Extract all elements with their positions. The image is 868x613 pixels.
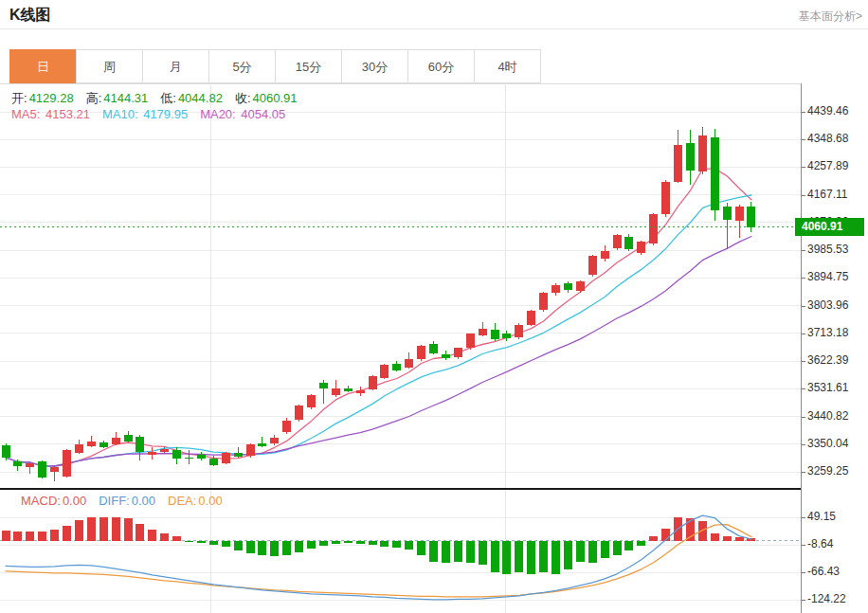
ma20-value: MA20: 4054.05 [200,107,285,121]
macd-axis-label: -66.43 [807,565,840,578]
axis-tick [802,167,805,168]
tab-bar: 日周月5分15分30分60分4时 [0,49,868,84]
ohlc-legend: 开:4129.28高:4144.31低:4044.82收:4060.91 [11,90,310,107]
axis-tick [802,545,805,546]
price-axis: 4439.464348.684257.894167.114076.323985.… [801,83,868,613]
axis-tick [802,250,805,251]
page-header: K线图 基本面分析> [0,0,868,29]
macd-gridlines [0,490,801,613]
axis-tick [802,472,805,473]
price-axis-label: 3803.96 [807,298,848,312]
price-axis-label: 3713.18 [807,326,848,339]
main-chart [0,83,801,489]
macd-value: MACD:0.00 [21,494,86,508]
price-axis-label: 3350.04 [807,437,848,450]
tab-周[interactable]: 周 [76,49,143,83]
axis-tick [802,334,805,334]
tab-日[interactable]: 日 [9,49,77,83]
tab-15分[interactable]: 15分 [275,49,342,83]
axis-tick [802,517,805,518]
price-axis-label: 4348.68 [807,132,848,145]
price-axis-label: 4167.11 [807,188,848,201]
tab-5分[interactable]: 5分 [208,49,276,83]
axis-tick [802,444,805,445]
ma-legend: MA5: 4153.21MA10: 4179.95MA20: 4054.05 [11,107,298,121]
macd-histogram-chart [0,490,801,613]
dea-value: DEA:0.00 [168,494,223,508]
fundamental-analysis-link[interactable]: 基本面分析> [799,9,862,25]
axis-tick [802,278,805,279]
close-value: 收:4060.91 [235,91,298,105]
ma-lines [6,169,751,466]
ma5-value: MA5: 4153.21 [11,107,90,121]
tab-月[interactable]: 月 [142,49,209,83]
tab-30分[interactable]: 30分 [341,49,408,83]
macd-axis-label: 49.15 [807,510,836,523]
low-value: 低:4044.82 [160,91,223,105]
kline-widget: { "header": { "title": "K线图", "link": "基… [0,0,868,613]
macd-axis-label: -124.22 [807,592,846,605]
high-value: 高:4144.31 [86,91,149,105]
price-axis-label: 4257.89 [807,159,848,172]
axis-tick [802,195,805,196]
price-axis-label: 3259.25 [807,464,848,478]
page-title: K线图 [9,6,51,26]
price-axis-label: 3440.82 [807,409,848,423]
current-price-badge: 4060.91 [795,218,864,236]
tab-4时[interactable]: 4时 [474,49,541,83]
open-value: 开:4129.28 [11,91,74,105]
price-axis-label: 3622.39 [807,353,848,367]
axis-tick [802,306,805,307]
macd-bars [2,517,756,574]
macd-chart [0,490,801,613]
main-gridlines [0,83,801,489]
axis-tick [802,139,805,140]
axis-tick [802,572,805,573]
axis-tick [802,600,805,601]
ma10-value: MA10: 4179.95 [102,107,188,121]
axis-tick [802,417,805,418]
candlestick-chart [0,83,801,489]
price-axis-label: 3894.75 [807,270,848,283]
price-axis-label: 3531.61 [807,381,848,394]
tab-60分[interactable]: 60分 [407,49,475,83]
macd-legend: MACD:0.00DIFF:0.00DEA:0.00 [21,494,235,508]
axis-tick [802,112,805,113]
price-axis-label: 4439.46 [807,104,848,117]
price-axis-label: 3985.53 [807,243,848,256]
axis-tick [802,388,805,389]
candles [2,127,756,481]
axis-tick [802,361,805,362]
macd-axis-label: -8.64 [807,537,833,550]
diff-value: DIFF:0.00 [99,494,155,508]
